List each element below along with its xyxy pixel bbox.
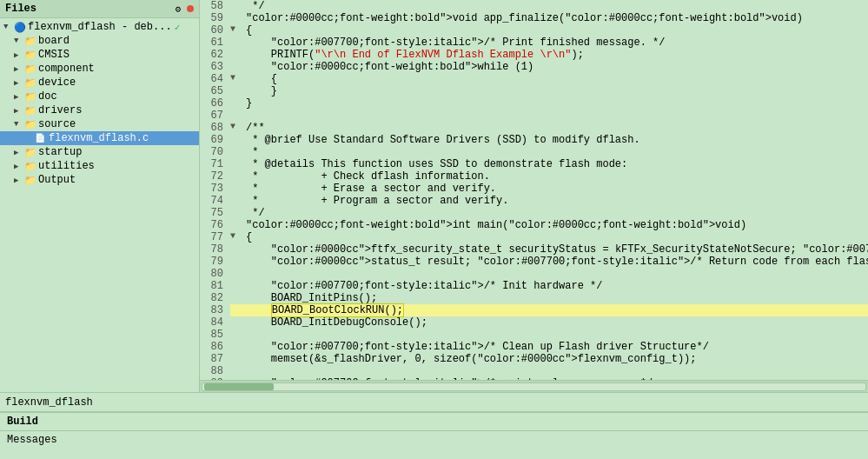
sidebar-icons: ⚙ (175, 3, 194, 15)
build-panel-body: Messages (0, 431, 868, 449)
sidebar-item-device[interactable]: ▶ 📁 device (0, 76, 199, 90)
code-content: * + Check dflash information. (242, 170, 868, 183)
code-content: "color:#0000cc;font-weight:bold">while (… (242, 61, 868, 73)
label-source: source (38, 118, 76, 130)
line-number: 62 (200, 49, 230, 61)
code-line-73: 73 * + Erase a sector and verify. (200, 183, 868, 195)
code-table: 58 */59"color:#0000cc;font-weight:bold">… (200, 0, 868, 380)
label-device: device (38, 76, 76, 89)
code-line-64: 64▼ { (200, 73, 868, 85)
hscroll-thumb[interactable] (204, 383, 274, 390)
folder-icon-utilities: 📁 (24, 161, 38, 172)
code-line-71: 71 * @details This function uses SSD to … (200, 158, 868, 170)
code-content: PRINTF("\r\n End of FlexNVM Dflash Examp… (242, 49, 868, 61)
line-number: 77 (200, 231, 230, 243)
horizontal-scrollbar[interactable] (200, 380, 868, 392)
code-content (242, 365, 868, 377)
code-line-60: 60▼{ (200, 24, 868, 37)
code-line-82: 82 BOARD_InitPins(); (200, 292, 868, 304)
tree-root[interactable]: ▼ 🔵 flexnvm_dflash - deb... ✓ (0, 20, 199, 34)
line-number: 74 (200, 195, 230, 207)
sidebar-item-flexnvm-dflash[interactable]: 📄 flexnvm_dflash.c (0, 131, 199, 145)
code-line-75: 75 */ (200, 207, 868, 219)
code-content: "color:#007700;font-style:italic">/* Pri… (242, 37, 868, 49)
sidebar-item-doc[interactable]: ▶ 📁 doc (0, 90, 199, 103)
sidebar-item-output[interactable]: ▶ 📁 Output (0, 173, 199, 187)
fold-gutter (230, 195, 242, 207)
folder-icon-board: 📁 (24, 36, 38, 47)
label-output: Output (38, 174, 76, 186)
code-content: "color:#0000cc;font-weight:bold">void ap… (242, 12, 868, 24)
folder-icon-output: 📁 (24, 175, 38, 186)
code-line-88: 88 (200, 365, 868, 377)
line-number: 83 (200, 304, 230, 316)
code-line-81: 81 "color:#007700;font-style:italic">/* … (200, 280, 868, 292)
folder-icon-doc: 📁 (24, 91, 38, 103)
status-bar: flexnvm_dflash (0, 392, 868, 411)
fold-gutter (230, 304, 242, 316)
line-number: 69 (200, 134, 230, 146)
sidebar-item-board[interactable]: ▼ 📁 board (0, 34, 199, 48)
fold-gutter (230, 365, 242, 377)
fold-gutter (230, 85, 242, 97)
code-line-74: 74 * + Program a sector and verify. (200, 195, 868, 207)
fold-gutter (230, 170, 242, 183)
line-number: 65 (200, 85, 230, 97)
expand-icon-device: ▶ (14, 78, 24, 88)
code-content: * (242, 146, 868, 158)
label-board: board (38, 35, 70, 47)
code-content: * + Erase a sector and verify. (242, 183, 868, 195)
code-content: * @brief Use Standard Software Drivers (… (242, 134, 868, 146)
editor: 58 */59"color:#0000cc;font-weight:bold">… (200, 0, 868, 392)
fold-gutter[interactable]: ▼ (230, 231, 242, 243)
label-utilities: utilities (38, 160, 95, 172)
sidebar-item-source[interactable]: ▼ 📁 source (0, 117, 199, 131)
sidebar-item-drivers[interactable]: ▶ 📁 drivers (0, 103, 199, 117)
fold-gutter (230, 37, 242, 49)
sidebar-header: Files ⚙ (0, 0, 199, 18)
folder-icon-component: 📁 (24, 63, 38, 75)
sidebar-item-cmsis[interactable]: ▶ 📁 CMSIS (0, 48, 199, 62)
line-number: 84 (200, 316, 230, 329)
code-line-67: 67 (200, 110, 868, 122)
code-content: BOARD_InitPins(); (242, 292, 868, 304)
code-content: */ (242, 207, 868, 219)
line-number: 80 (200, 268, 230, 280)
settings-icon[interactable]: ⚙ (175, 3, 181, 15)
code-content: } (242, 97, 868, 110)
fold-gutter (230, 353, 242, 365)
line-number: 61 (200, 37, 230, 49)
code-line-61: 61 "color:#007700;font-style:italic">/* … (200, 37, 868, 49)
fold-gutter (230, 134, 242, 146)
fold-gutter[interactable]: ▼ (230, 24, 242, 37)
code-line-83: 83 BOARD_BootClockRUN(); (200, 304, 868, 316)
line-number: 67 (200, 110, 230, 122)
code-area[interactable]: 58 */59"color:#0000cc;font-weight:bold">… (200, 0, 868, 380)
fold-gutter (230, 110, 242, 122)
fold-gutter (230, 158, 242, 170)
line-number: 75 (200, 207, 230, 219)
sidebar-item-startup[interactable]: ▶ 📁 startup (0, 145, 199, 159)
line-number: 88 (200, 365, 230, 377)
hscroll-track[interactable] (202, 382, 866, 391)
fold-gutter[interactable]: ▼ (230, 122, 242, 134)
code-line-76: 76"color:#0000cc;font-weight:bold">int m… (200, 219, 868, 231)
line-number: 85 (200, 329, 230, 341)
code-content: "color:#007700;font-style:italic">/* Ini… (242, 280, 868, 292)
code-content: "color:#007700;font-style:italic">/* Cle… (242, 341, 868, 353)
fold-gutter (230, 146, 242, 158)
code-line-85: 85 (200, 329, 868, 341)
code-line-66: 66} (200, 97, 868, 110)
root-label: flexnvm_dflash - deb... (28, 21, 172, 33)
status-filename: flexnvm_dflash (5, 396, 93, 409)
fold-gutter (230, 0, 242, 12)
line-number: 70 (200, 146, 230, 158)
sidebar-item-utilities[interactable]: ▶ 📁 utilities (0, 159, 199, 173)
fold-gutter (230, 243, 242, 256)
label-cmsis: CMSIS (38, 49, 70, 61)
code-content: memset(&s_flashDriver, 0, sizeof("color:… (242, 353, 868, 365)
label-startup: startup (38, 146, 82, 158)
sidebar-item-component[interactable]: ▶ 📁 component (0, 62, 199, 76)
code-line-77: 77▼{ (200, 231, 868, 243)
fold-gutter[interactable]: ▼ (230, 73, 242, 85)
